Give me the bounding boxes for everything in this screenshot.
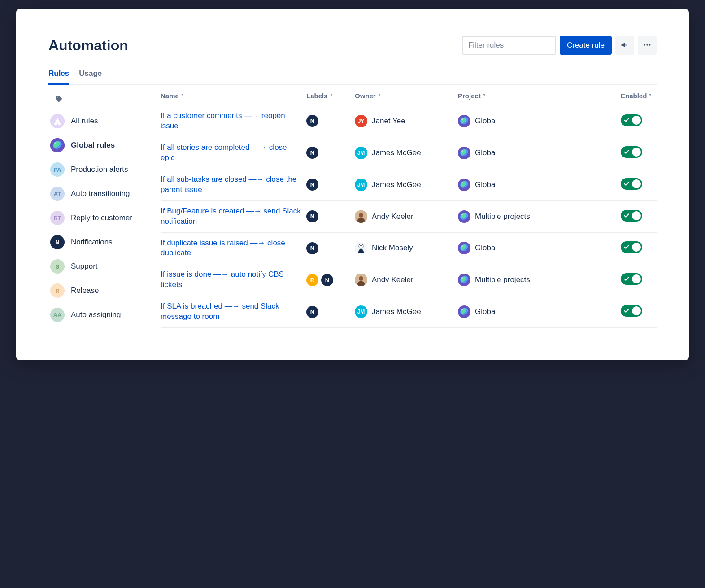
tab-usage[interactable]: Usage: [79, 69, 102, 85]
owner-cell: JMJames McGee: [355, 305, 458, 318]
owner-name: Janet Yee: [372, 117, 405, 126]
megaphone-icon: [620, 40, 629, 51]
owner-cell: JYJanet Yee: [355, 115, 458, 127]
sidebar-item-global-rules[interactable]: Global rules: [48, 133, 152, 157]
sidebar-item-notifications[interactable]: NNotifications: [48, 230, 152, 254]
owner-cell: JMJames McGee: [355, 147, 458, 159]
sidebar-item-label: Auto assigning: [71, 310, 121, 319]
rule-name-link[interactable]: If Bug/Feature is created —→ send Slack …: [161, 207, 301, 226]
labels-cell: N: [306, 147, 355, 159]
project-cell: Global: [458, 147, 621, 159]
header-actions: Create rule: [462, 36, 657, 55]
rule-name-link[interactable]: If a customer comments —→ reopen issue: [161, 111, 285, 130]
sidebar-item-release[interactable]: RRelease: [48, 279, 152, 303]
rule-name-link[interactable]: If all sub-tasks are closed —→ close the…: [161, 175, 296, 194]
sidebar-item-support[interactable]: SSupport: [48, 254, 152, 279]
label-chip[interactable]: N: [306, 115, 318, 127]
project-cell: Multiple projects: [458, 274, 621, 286]
more-icon: [643, 40, 652, 51]
label-badge-icon: R: [50, 283, 65, 298]
label-chip[interactable]: R: [306, 274, 318, 286]
sidebar-item-auto-transitioning[interactable]: ATAuto transitioning: [48, 182, 152, 206]
sidebar-item-label: Reply to customer: [71, 213, 132, 222]
label-chip[interactable]: N: [306, 306, 318, 318]
enabled-toggle[interactable]: [621, 241, 642, 253]
sidebar-item-label: Support: [71, 262, 98, 271]
globe-icon: [458, 115, 470, 127]
table-row: If issue is done —→ auto notify CBS tick…: [161, 264, 657, 296]
rule-name-link[interactable]: If all stories are completed —→ close ep…: [161, 143, 287, 162]
sidebar-item-auto-assigning[interactable]: AAAuto assigning: [48, 303, 152, 327]
globe-icon: [458, 147, 470, 159]
owner-name: James McGee: [372, 148, 421, 157]
project-scope-label: Global: [475, 117, 497, 126]
sidebar-tag-filter[interactable]: [48, 92, 152, 109]
rule-name-link[interactable]: If issue is done —→ auto notify CBS tick…: [161, 270, 284, 289]
svg-point-24: [359, 276, 363, 281]
project-scope-label: Global: [475, 148, 497, 157]
owner-cell: Nick Mosely: [355, 242, 458, 254]
globe-icon: [458, 305, 470, 318]
col-header-enabled[interactable]: Enabled ˅: [621, 92, 657, 100]
svg-point-5: [54, 142, 56, 144]
label-chip[interactable]: N: [306, 242, 318, 254]
sidebar-item-label: All rules: [71, 117, 98, 126]
sidebar-item-production-alerts[interactable]: PAProduction alerts: [48, 157, 152, 182]
label-chip[interactable]: N: [321, 274, 333, 286]
table-row: If duplicate issue is raised —→ close du…: [161, 232, 657, 264]
enabled-toggle[interactable]: [621, 146, 642, 158]
enabled-toggle[interactable]: [621, 178, 642, 190]
enabled-toggle[interactable]: [621, 273, 642, 285]
tab-rules[interactable]: Rules: [48, 69, 69, 85]
project-scope-label: Global: [475, 244, 497, 253]
announcements-button[interactable]: [615, 36, 634, 55]
sort-icon: ˅: [329, 94, 333, 99]
owner-name: James McGee: [372, 307, 421, 316]
project-scope-label: Global: [475, 307, 497, 316]
rule-name-link[interactable]: If duplicate issue is raised —→ close du…: [161, 239, 285, 257]
svg-point-0: [644, 44, 645, 45]
labels-cell: RN: [306, 274, 355, 286]
sidebar-item-all-rules[interactable]: All rules: [48, 109, 152, 133]
labels-cell: N: [306, 115, 355, 127]
label-badge-icon: S: [50, 259, 65, 274]
create-rule-button[interactable]: Create rule: [560, 36, 612, 55]
table-row: If a customer comments —→ reopen issueNJ…: [161, 105, 657, 137]
globe-icon: [458, 274, 470, 286]
col-header-name[interactable]: Name ˄: [161, 92, 306, 100]
labels-cell: N: [306, 179, 355, 191]
owner-avatar: JM: [355, 179, 367, 191]
owner-avatar: JM: [355, 147, 367, 159]
project-cell: Multiple projects: [458, 210, 621, 223]
enabled-toggle[interactable]: [621, 210, 642, 222]
enabled-toggle[interactable]: [621, 305, 642, 317]
label-chip[interactable]: N: [306, 179, 318, 191]
project-cell: Global: [458, 179, 621, 191]
label-badge-icon: PA: [50, 162, 65, 177]
col-header-owner[interactable]: Owner ˅: [355, 92, 458, 100]
tabs: RulesUsage: [48, 69, 657, 85]
rule-name-link[interactable]: If SLA is breached —→ send Slack message…: [161, 302, 279, 321]
label-chip[interactable]: N: [306, 210, 318, 222]
owner-name: James McGee: [372, 180, 421, 189]
sidebar-item-label: Global rules: [71, 141, 115, 150]
svg-point-9: [461, 150, 463, 152]
project-scope-label: Multiple projects: [475, 212, 530, 221]
owner-name: Nick Mosely: [372, 244, 413, 253]
table-row: If SLA is breached —→ send Slack message…: [161, 296, 657, 328]
svg-point-1: [646, 44, 648, 45]
col-header-project[interactable]: Project ˅: [458, 92, 621, 100]
sidebar-item-reply-to-customer[interactable]: RTReply to customer: [48, 206, 152, 230]
enabled-toggle[interactable]: [621, 114, 642, 126]
sort-icon: ˅: [377, 94, 381, 99]
globe-icon: [458, 242, 470, 254]
svg-point-16: [461, 213, 463, 215]
owner-cell: Andy Keeler: [355, 274, 458, 286]
col-header-labels[interactable]: Labels ˅: [306, 92, 355, 100]
svg-point-11: [461, 182, 463, 184]
project-cell: Global: [458, 115, 621, 127]
label-chip[interactable]: N: [306, 147, 318, 159]
filter-rules-input[interactable]: [462, 36, 556, 55]
more-actions-button[interactable]: [638, 36, 657, 55]
svg-point-27: [461, 277, 463, 279]
